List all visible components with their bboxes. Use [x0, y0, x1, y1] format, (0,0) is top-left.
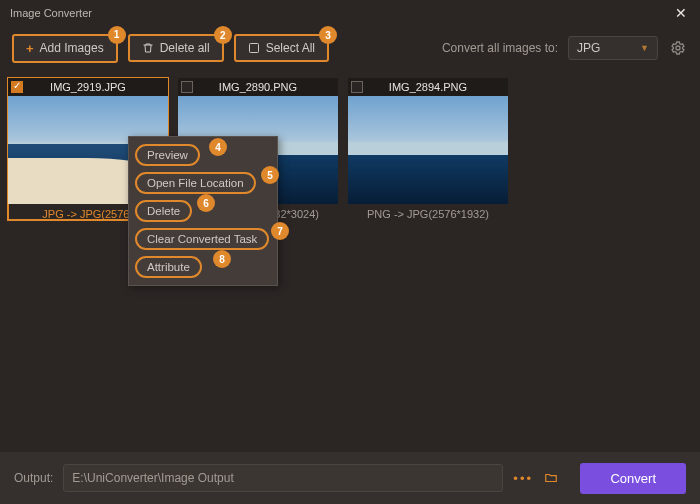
image-caption: IMG_2894.PNG: [348, 78, 508, 96]
convert-label: Convert: [610, 471, 656, 486]
badge-6: 6: [197, 194, 215, 212]
format-selected: JPG: [577, 41, 600, 55]
gear-icon[interactable]: [668, 38, 688, 58]
select-all-button[interactable]: Select All 3: [234, 34, 329, 62]
badge-5: 5: [261, 166, 279, 184]
badge-3: 3: [319, 26, 337, 44]
ctx-clear-converted-task[interactable]: Clear Converted Task: [135, 228, 269, 250]
ctx-attribute[interactable]: Attribute: [135, 256, 202, 278]
plus-icon: +: [26, 41, 34, 56]
svg-point-1: [676, 46, 680, 50]
image-caption: IMG_2919.JPG: [8, 78, 168, 96]
add-images-label: Add Images: [40, 41, 104, 55]
window-title: Image Converter: [10, 7, 92, 19]
badge-4: 4: [209, 138, 227, 156]
delete-all-button[interactable]: Delete all 2: [128, 34, 224, 62]
image-checkbox[interactable]: [351, 81, 363, 93]
footer: Output: E:\UniConverter\Image Output •••…: [0, 452, 700, 504]
ctx-open-file-location[interactable]: Open File Location: [135, 172, 256, 194]
ctx-preview[interactable]: Preview: [135, 144, 200, 166]
checkbox-icon: [248, 42, 260, 54]
ctx-delete[interactable]: Delete: [135, 200, 192, 222]
output-label: Output:: [14, 471, 53, 485]
svg-rect-0: [249, 44, 258, 53]
image-checkbox[interactable]: [181, 81, 193, 93]
convert-all-label: Convert all images to:: [442, 41, 558, 55]
context-menu: Preview 4 Open File Location 5 Delete 6 …: [128, 136, 278, 286]
titlebar: Image Converter ✕: [0, 0, 700, 26]
image-card[interactable]: IMG_2894.PNG PNG -> JPG(2576*1932): [348, 78, 508, 220]
output-path-field[interactable]: E:\UniConverter\Image Output: [63, 464, 503, 492]
badge-2: 2: [214, 26, 232, 44]
image-filename: IMG_2894.PNG: [389, 81, 467, 93]
select-all-label: Select All: [266, 41, 315, 55]
convert-button[interactable]: Convert: [580, 463, 686, 494]
image-caption: IMG_2890.PNG: [178, 78, 338, 96]
image-subtitle: PNG -> JPG(2576*1932): [348, 204, 508, 220]
thumbnails-grid: IMG_2919.JPG JPG -> JPG(2576* IMG_2890.P…: [0, 70, 700, 220]
badge-7: 7: [271, 222, 289, 240]
badge-8: 8: [213, 250, 231, 268]
close-icon[interactable]: ✕: [672, 4, 690, 22]
format-select[interactable]: JPG ▼: [568, 36, 658, 60]
image-filename: IMG_2890.PNG: [219, 81, 297, 93]
image-filename: IMG_2919.JPG: [50, 81, 126, 93]
add-images-button[interactable]: + Add Images 1: [12, 34, 118, 63]
output-path-text: E:\UniConverter\Image Output: [72, 471, 494, 485]
badge-1: 1: [108, 26, 126, 44]
chevron-down-icon: ▼: [640, 43, 649, 53]
browse-icon[interactable]: •••: [513, 471, 533, 486]
delete-all-label: Delete all: [160, 41, 210, 55]
image-checkbox[interactable]: [11, 81, 23, 93]
trash-icon: [142, 42, 154, 54]
image-thumbnail[interactable]: [348, 96, 508, 204]
open-folder-icon[interactable]: [543, 471, 559, 485]
toolbar: + Add Images 1 Delete all 2 Select All 3…: [0, 26, 700, 70]
